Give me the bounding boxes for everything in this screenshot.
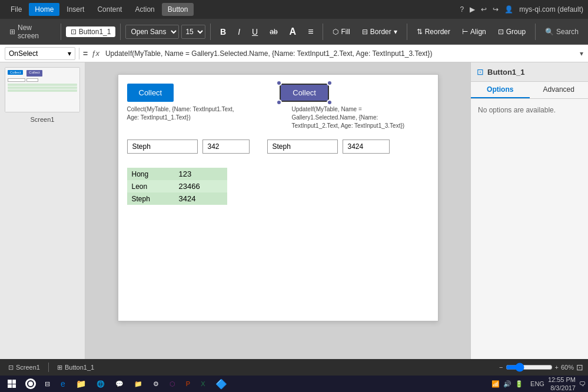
underline-button[interactable]: U	[247, 25, 263, 39]
toolbar-sep-2	[120, 24, 121, 40]
formulas-row: Collect(MyTable, {Name: TextInput1.Text,…	[127, 105, 429, 135]
folder-icon: 📁	[134, 380, 142, 388]
settings-icon: ⚙	[153, 380, 159, 388]
font-color-button[interactable]: A	[285, 24, 301, 39]
taskbar-edge[interactable]: e	[56, 377, 70, 391]
powerapps-icon: ⬡	[170, 380, 175, 388]
font-family-select[interactable]: Open Sans	[125, 25, 179, 39]
new-screen-button[interactable]: ⊞ New screen	[5, 21, 56, 42]
fill-button[interactable]: ⬡ Fill	[328, 25, 354, 38]
tab-options[interactable]: Options	[471, 82, 530, 98]
taskbar-task-view[interactable]: ⊟	[40, 377, 55, 391]
start-button[interactable]	[2, 376, 21, 392]
handle-top-right[interactable]	[327, 80, 333, 86]
text-input-age-2[interactable]	[343, 139, 390, 154]
menu-insert[interactable]: Insert	[61, 3, 90, 16]
button-status-icon: ⊞	[57, 364, 62, 371]
fit-screen-icon[interactable]: ⊡	[576, 363, 583, 372]
thumb-collect-btn2: Collect	[26, 70, 42, 77]
taskbar-chrome[interactable]: 🌐	[92, 377, 109, 391]
align2-button[interactable]: ⊢ Align	[457, 25, 491, 38]
canvas-inner: Collect Collect Collect(MyTable, {Name: …	[118, 75, 438, 214]
screen-name-selector[interactable]: ⊡ Button1_1	[66, 26, 116, 37]
taskbar-powerpoint[interactable]: P	[181, 377, 195, 391]
zoom-slider[interactable]	[506, 363, 553, 372]
group-button[interactable]: ⊡ Group	[493, 25, 530, 38]
text-input-name-2[interactable]	[267, 139, 338, 154]
menu-file[interactable]: File	[5, 3, 28, 16]
property-selector[interactable]: OnSelect ▾	[5, 47, 75, 60]
taskbar-powerapps[interactable]: ⬡	[165, 377, 180, 391]
collect-button-2[interactable]: Collect	[280, 84, 329, 102]
volume-icon: 🔊	[503, 380, 511, 388]
taskbar-whatsapp[interactable]: 💬	[111, 377, 128, 391]
taskbar-unknown-app[interactable]: 🔷	[211, 377, 232, 391]
table-cell-name: Hong	[127, 168, 174, 180]
right-panel-title: Button1_1	[487, 68, 525, 77]
tab-advanced[interactable]: Advanced	[530, 82, 589, 98]
help-icon[interactable]: ?	[460, 5, 464, 14]
powerpoint-icon: P	[186, 380, 190, 387]
taskbar-file-explorer[interactable]: 📁	[71, 377, 91, 391]
taskbar-settings[interactable]: ⚙	[148, 377, 164, 391]
bold-button[interactable]: B	[215, 25, 231, 39]
status-button1[interactable]: ⊞ Button1_1	[54, 363, 98, 373]
menu-content[interactable]: Content	[91, 3, 128, 16]
table-row[interactable]: Steph3424	[127, 192, 227, 205]
handle-bottom-left[interactable]	[276, 99, 282, 105]
border-button[interactable]: ⊟ Border ▾	[357, 25, 402, 38]
table-row[interactable]: Leon23466	[127, 180, 227, 192]
screen-thumbnail[interactable]: Collect Collect	[5, 67, 80, 112]
search-button[interactable]: 🔍 Search	[540, 25, 583, 38]
table-body: Hong123Leon23466Steph3424	[127, 168, 227, 205]
menu-home[interactable]: Home	[29, 3, 59, 16]
taskbar-folder[interactable]: 📁	[129, 377, 147, 391]
taskbar-search[interactable]	[22, 376, 39, 392]
canvas-area[interactable]: Collect Collect Collect(MyTable, {Name: …	[85, 62, 470, 376]
toolbar-sep-4	[323, 24, 323, 40]
reorder-button[interactable]: ⇅ Reorder	[412, 25, 455, 38]
taskbar-system-icons: 📶 🔊 🔋	[491, 380, 523, 388]
app-icon: 🔷	[215, 378, 227, 390]
text-input-age-1[interactable]	[202, 139, 250, 154]
group-icon: ⊡	[498, 28, 504, 36]
align-button[interactable]: ≡	[303, 24, 318, 39]
taskbar-clock[interactable]: 12:55 PM 8/3/2017	[548, 376, 576, 392]
strikethrough-button[interactable]: ab	[265, 25, 282, 38]
collect-buttons-row: Collect Collect	[127, 84, 429, 102]
expand-icon[interactable]: ▾	[580, 49, 583, 58]
windows-logo	[8, 380, 16, 388]
toolbar-sep-1	[61, 24, 61, 40]
input-group-2	[267, 139, 390, 154]
text-input-name-1[interactable]	[127, 139, 198, 154]
fx-icon: ƒx	[91, 49, 99, 58]
zoom-control: − + 60% ⊡	[499, 363, 583, 372]
zoom-minus[interactable]: −	[499, 364, 503, 371]
equals-sign: =	[83, 49, 88, 58]
taskbar-excel[interactable]: X	[196, 377, 210, 391]
formula-input[interactable]	[103, 48, 576, 59]
thumb-canvas-inner: Collect Collect	[5, 68, 79, 112]
input-group-1	[127, 139, 250, 154]
table-row[interactable]: Hong123	[127, 168, 227, 180]
play-icon[interactable]: ▶	[470, 5, 475, 14]
undo-icon[interactable]: ↩	[481, 5, 487, 14]
handle-bottom-right[interactable]	[327, 99, 333, 105]
font-size-select[interactable]: 15	[181, 25, 205, 39]
user-icon[interactable]: 👤	[504, 5, 513, 14]
status-screen1[interactable]: ⊡ Screen1	[5, 363, 44, 373]
menu-action[interactable]: Action	[129, 3, 160, 16]
notification-icon[interactable]: 🗨	[579, 380, 586, 387]
data-table: Hong123Leon23466Steph3424	[127, 168, 227, 205]
menu-button[interactable]: Button	[162, 3, 194, 16]
toolbar-sep-3	[210, 24, 211, 40]
screen-status-icon: ⊡	[8, 364, 14, 371]
whatsapp-icon: 💬	[115, 380, 124, 388]
italic-button[interactable]: I	[233, 25, 245, 39]
excel-icon: X	[201, 380, 205, 387]
zoom-plus[interactable]: +	[555, 364, 559, 371]
table-cell-name: Steph	[127, 192, 174, 205]
redo-icon[interactable]: ↪	[493, 5, 499, 14]
collect-button-1[interactable]: Collect	[127, 84, 174, 102]
fill-icon: ⬡	[333, 28, 338, 36]
